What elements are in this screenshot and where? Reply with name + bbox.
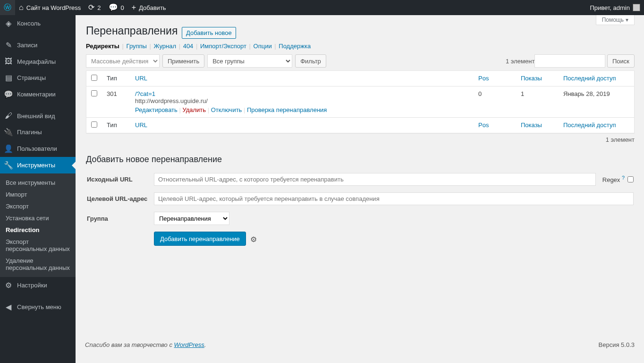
action-check[interactable]: Проверка перенаправления [247,106,327,113]
collapse-icon: ◀ [4,302,13,311]
row-url-link[interactable]: /?cat=1 [135,90,155,97]
submenu-erase-personal[interactable]: Удаление персональных данных [0,255,76,274]
footer-version: Версия 5.0.3 [599,341,635,348]
menu-dashboard-label: Консоль [17,20,41,27]
col-type-foot: Тип [102,117,130,133]
col-pos[interactable]: Pos [474,71,516,86]
menu-dashboard[interactable]: ◈Консоль [0,15,76,32]
table-row: 301 /?cat=1 http://wordpress.uguide.ru/ … [86,86,634,117]
col-last-foot[interactable]: Последний доступ [559,117,634,133]
item-count-bottom: 1 элемент [606,136,635,143]
subnav-support[interactable]: Поддержка [279,43,311,50]
admin-toolbar: ⓦ ⌂Сайт на WordPress ⟳2 💬0 +Добавить При… [0,0,644,15]
menu-plugins[interactable]: 🔌Плагины [0,124,76,140]
footer-thanks: Спасибо вам за творчество с [85,341,174,348]
add-new-label: Добавить [139,4,166,11]
select-all-top[interactable] [91,75,97,81]
source-url-input[interactable] [154,173,596,186]
menu-appearance[interactable]: 🖌Внешний вид [0,108,76,124]
submenu-all-tools[interactable]: Все инструменты [0,177,76,189]
menu-posts[interactable]: ✎Записи [0,37,76,53]
target-url-input[interactable] [154,192,634,205]
group-select[interactable]: Перенаправления [154,212,229,225]
comments-icon: 💬 [109,4,118,11]
col-url-foot[interactable]: URL [130,117,474,133]
comment-icon: 💬 [4,90,13,99]
row-checkbox[interactable] [91,90,97,96]
menu-comments[interactable]: 💬Комментарии [0,86,76,103]
subnav-404[interactable]: 404 [183,43,194,50]
comments-count: 0 [121,4,124,11]
action-edit[interactable]: Редактировать [135,106,178,113]
submenu-export-personal[interactable]: Экспорт персональных данных [0,236,76,255]
brush-icon: 🖌 [4,112,13,120]
select-all-bottom[interactable] [91,121,97,128]
menu-media[interactable]: 🖾Медиафайлы [0,53,76,69]
col-type: Тип [102,71,130,86]
menu-pages[interactable]: ▤Страницы [0,69,76,86]
subnav-import-export[interactable]: Импорт/Экспорт [200,43,246,50]
filter-button[interactable]: Фильтр [295,54,326,68]
subnav-redirects[interactable]: Редиректы [86,43,119,50]
regex-help-icon[interactable]: ? [622,175,625,181]
regex-label-text: Regex [602,177,620,184]
redirects-table: Тип URL Pos Показы Последний доступ 301 … [86,70,635,133]
item-count-top: 1 элемент [506,58,534,65]
row-pos: 0 [474,86,516,117]
col-url[interactable]: URL [130,71,474,86]
submenu-import[interactable]: Импорт [0,189,76,200]
updates-link[interactable]: ⟳2 [85,0,104,15]
bulk-actions-select[interactable]: Массовые действия [86,54,160,68]
search-input[interactable] [534,54,605,68]
col-last-access[interactable]: Последний доступ [559,71,634,86]
source-url-label: Исходный URL [87,170,153,189]
submenu-redirection[interactable]: Redirection [0,224,76,236]
my-account-link[interactable]: Привет, admin [586,0,644,15]
user-icon: 👤 [4,144,13,153]
wordpress-icon: ⓦ [4,4,11,11]
col-hits[interactable]: Показы [516,71,559,86]
action-disable[interactable]: Отключить [211,106,242,113]
menu-media-label: Медиафайлы [17,58,56,65]
menu-posts-label: Записи [17,42,37,49]
menu-users[interactable]: 👤Пользователи [0,140,76,157]
col-pos-foot[interactable]: Pos [474,117,516,133]
menu-collapse[interactable]: ◀Свернуть меню [0,299,76,315]
subnav-groups[interactable]: Группы [127,43,147,50]
col-hits-foot[interactable]: Показы [516,117,559,133]
target-url-label: Целевой URL-адрес [87,190,153,208]
updates-count: 2 [97,4,101,11]
media-icon: 🖾 [4,57,13,66]
menu-settings[interactable]: ⚙Настройки [0,277,76,294]
comments-link[interactable]: 💬0 [105,0,128,15]
site-name-link[interactable]: ⌂Сайт на WordPress [15,0,85,15]
footer-wordpress-link[interactable]: WordPress [174,341,204,348]
page-title: Перенаправления [86,25,178,37]
gear-icon[interactable]: ⚙ [250,235,257,243]
wp-logo-link[interactable]: ⓦ [0,0,15,15]
subnav-log[interactable]: Журнал [154,43,176,50]
action-delete[interactable]: Удалить [182,106,206,113]
home-icon: ⌂ [19,4,24,11]
pin-icon: ✎ [4,41,13,50]
menu-tools-label: Инструменты [17,162,55,169]
menu-pages-label: Страницы [17,74,46,81]
menu-collapse-label: Свернуть меню [17,303,61,311]
subnav-options[interactable]: Опции [254,43,272,50]
menu-tools[interactable]: 🔧Инструменты [0,157,76,173]
sub-nav: Редиректы | Группы | Журнал | 404 | Импо… [86,43,635,50]
refresh-icon: ⟳ [88,4,94,11]
submenu-network-setup[interactable]: Установка сети [0,212,76,224]
submenu-export[interactable]: Экспорт [0,200,76,212]
add-redirect-button[interactable]: Добавить перенаправление [154,232,246,246]
apply-button[interactable]: Применить [162,54,204,68]
search-button[interactable]: Поиск [607,54,635,68]
group-filter-select[interactable]: Все группы [207,54,292,68]
add-new-link[interactable]: +Добавить [128,0,170,15]
site-name-label: Сайт на WordPress [26,4,81,11]
menu-settings-label: Настройки [17,282,47,289]
regex-checkbox[interactable] [627,176,634,182]
menu-plugins-label: Плагины [17,129,42,136]
add-new-button[interactable]: Добавить новое [182,27,236,39]
avatar-icon [633,4,640,11]
